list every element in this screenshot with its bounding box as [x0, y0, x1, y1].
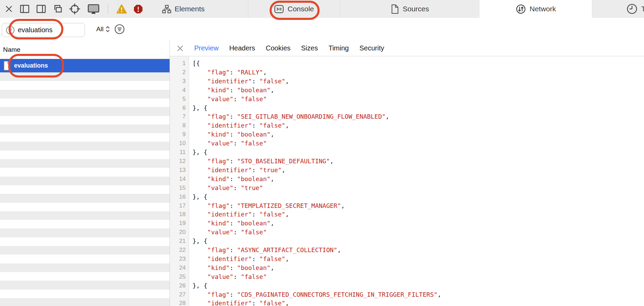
line-number: 12: [170, 157, 186, 166]
code-line: "flag": "RALLY",: [193, 68, 644, 77]
tab-network[interactable]: Network: [480, 0, 592, 18]
line-number: 10: [170, 139, 186, 148]
tab-network-label: Network: [530, 5, 556, 13]
line-number: 22: [170, 246, 186, 255]
console-icon: [274, 4, 284, 14]
inspector-tab-bar: Elements Console Sources Network Timelin: [0, 0, 644, 18]
code-line: "value": "false": [193, 272, 644, 281]
code-line: }, {: [193, 104, 644, 113]
code-line: "flag": "SEI_GITLAB_NEW_ONBOARDING_FLOW_…: [193, 112, 644, 121]
line-number: 18: [170, 210, 186, 219]
code-line: }, {: [193, 148, 644, 157]
elements-icon: [162, 4, 171, 14]
close-detail-icon[interactable]: [177, 45, 184, 52]
dock-to-side-left-icon[interactable]: [20, 4, 29, 13]
code-line: "identifier": "true",: [193, 166, 644, 175]
undock-icon[interactable]: [53, 4, 62, 13]
code-line: "value": "false": [193, 95, 644, 104]
code-line: [{: [193, 59, 644, 68]
resource-detail-panel: Preview Headers Cookies Sizes Timing Sec…: [170, 40, 644, 306]
tab-timelines-label: Timelines: [641, 5, 644, 13]
code-line: "flag": "CDS_PAGINATED_CONNECTORS_FETCHI…: [193, 290, 644, 299]
preview-body: 1234567891011121314151617181920212223242…: [170, 56, 644, 306]
line-number: 1: [170, 59, 186, 68]
line-number: 4: [170, 86, 186, 95]
code-line: "kind": "boolean",: [193, 86, 644, 95]
request-row-label: evaluations: [14, 62, 48, 69]
code-line: "identifier": "false",: [193, 299, 644, 306]
request-list-panel: Name evaluations: [0, 40, 170, 306]
scope-chevrons-icon: [105, 25, 110, 33]
field-scope-icon: [6, 26, 15, 35]
code-line: "kind": "boolean",: [193, 130, 644, 139]
code-line: "value": "false": [193, 228, 644, 237]
clock-icon: [626, 3, 638, 15]
close-icon[interactable]: [5, 5, 13, 13]
request-list-filler-rows: [0, 72, 170, 306]
line-number: 17: [170, 201, 186, 210]
scope-label: All: [96, 25, 103, 33]
code-line: "identifier": "false",: [193, 255, 644, 263]
line-number: 6: [170, 104, 186, 113]
line-number: 16: [170, 192, 186, 201]
line-number: 11: [170, 148, 186, 157]
tab-timelines[interactable]: Timelines: [592, 0, 644, 18]
filter-search-input[interactable]: [18, 26, 76, 34]
element-selection-icon[interactable]: [69, 3, 80, 15]
code-line: }, {: [193, 192, 644, 201]
code-line: "identifier": "false",: [193, 210, 644, 219]
line-number: 21: [170, 237, 186, 246]
name-column-label: Name: [3, 46, 21, 54]
code-line: "flag": "TEMPLATIZED_SECRET_MANAGER",: [193, 201, 644, 210]
line-number: 8: [170, 121, 186, 130]
code-line: "value": "false": [193, 139, 644, 148]
tab-elements-label: Elements: [175, 5, 205, 13]
tab-sources-label: Sources: [402, 5, 429, 13]
line-number: 27: [170, 290, 186, 299]
line-number: 9: [170, 130, 186, 139]
resource-type-scope[interactable]: All: [96, 18, 110, 40]
line-number: 20: [170, 228, 186, 237]
code-line: "kind": "boolean",: [193, 175, 644, 184]
line-number: 13: [170, 166, 186, 175]
device-icon[interactable]: [87, 3, 100, 15]
code-line: "value": "true": [193, 184, 644, 192]
network-filter-bar: All: [0, 18, 644, 40]
line-number: 25: [170, 272, 186, 281]
tab-sources[interactable]: Sources: [340, 0, 480, 18]
line-number: 26: [170, 281, 186, 290]
web-inspector-window: Elements Console Sources Network Timelin: [0, 0, 644, 306]
code-line: "kind": "boolean",: [193, 219, 644, 228]
line-number: 5: [170, 95, 186, 104]
detail-tab-bar: Preview Headers Cookies Sizes Timing Sec…: [170, 40, 644, 56]
code-line: }, {: [193, 281, 644, 290]
line-number: 28: [170, 299, 186, 306]
line-number: 19: [170, 219, 186, 228]
resource-filter-field[interactable]: [2, 23, 85, 37]
code-line: "identifier": "false",: [193, 121, 644, 130]
detail-tab-preview[interactable]: Preview: [194, 44, 219, 52]
detail-tab-headers[interactable]: Headers: [229, 44, 255, 52]
code-line: "kind": "boolean",: [193, 263, 644, 272]
filter-options-button[interactable]: [114, 24, 125, 34]
detail-tab-timing[interactable]: Timing: [329, 44, 349, 52]
code-line: "flag": "STO_BASELINE_DEFAULTING",: [193, 157, 644, 166]
code-line: "flag": "ASYNC_ARTIFACT_COLLECTION",: [193, 246, 644, 255]
network-icon: [516, 4, 526, 14]
filter-options-icon: [114, 24, 125, 34]
preview-code[interactable]: [{ "flag": "RALLY", "identifier": "false…: [189, 56, 644, 306]
line-number: 2: [170, 68, 186, 77]
line-number: 3: [170, 77, 186, 86]
document-icon: [3, 61, 11, 71]
tab-console[interactable]: Console: [248, 0, 340, 18]
request-row-evaluations[interactable]: evaluations: [0, 59, 170, 72]
tab-elements[interactable]: Elements: [118, 0, 248, 18]
name-column-header[interactable]: Name: [0, 40, 170, 59]
line-number: 24: [170, 263, 186, 272]
dock-to-side-right-icon[interactable]: [36, 4, 46, 13]
code-line: }, {: [193, 237, 644, 246]
detail-tab-sizes[interactable]: Sizes: [301, 44, 318, 52]
detail-tab-cookies[interactable]: Cookies: [266, 44, 290, 52]
detail-tab-security[interactable]: Security: [359, 44, 384, 52]
line-number: 23: [170, 255, 186, 263]
